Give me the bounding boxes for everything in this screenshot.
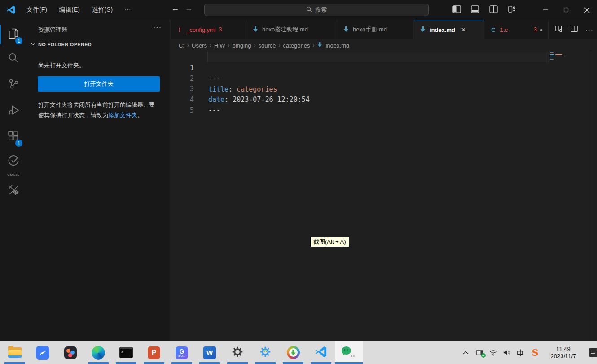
tab-hexo-tutorial-md[interactable]: hexo搭建教程.md [246, 20, 337, 39]
blue-gear-icon [259, 345, 272, 360]
scrollbar-edge [591, 51, 591, 341]
forward-arrow-icon: → [184, 4, 193, 13]
taskbar-word[interactable]: W [196, 341, 224, 364]
activity-run-debug[interactable] [0, 98, 27, 124]
toggle-secondary-sidebar-icon[interactable] [489, 5, 498, 15]
taskbar-settings[interactable] [224, 341, 251, 364]
wifi-icon[interactable] [487, 341, 500, 364]
system-tray: S 11:49 2023/11/7 [459, 341, 597, 364]
breadcrumb-item[interactable]: HiW [214, 42, 225, 49]
volume-icon[interactable] [500, 341, 514, 364]
running-indicator [171, 362, 192, 364]
warning-icon: ! [176, 26, 183, 33]
taskbar-file-explorer[interactable] [1, 341, 29, 364]
editor-more-actions[interactable]: ··· [585, 26, 593, 34]
toggle-panel-icon[interactable] [471, 5, 479, 15]
modified-dot-icon[interactable]: ● [540, 27, 543, 32]
ime-mode-icon[interactable] [514, 341, 527, 364]
activity-source-control[interactable] [0, 72, 27, 98]
close-button[interactable] [576, 0, 597, 20]
tab-error-count: 3 [534, 26, 537, 33]
tab-hexo-manual-md[interactable]: hexo手册.md [337, 20, 414, 39]
minimap[interactable] [550, 51, 568, 78]
running-indicator [311, 362, 331, 364]
taskbar-powerpoint[interactable]: P [140, 341, 168, 364]
tab-index-md[interactable]: index.md ✕ [414, 20, 484, 39]
taskbar-wechat[interactable] [335, 341, 363, 364]
taskbar-idm[interactable] [279, 341, 307, 364]
add-folder-link[interactable]: 添加文件夹 [108, 112, 137, 118]
security-tray-icon[interactable] [472, 341, 487, 364]
customize-layout-icon[interactable] [508, 5, 516, 15]
toggle-sidebar-icon[interactable] [452, 5, 461, 15]
running-indicator [199, 362, 220, 364]
close-tab-icon[interactable]: ✕ [461, 26, 466, 33]
word-icon: W [203, 346, 216, 359]
breadcrumb-item[interactable]: binging [233, 42, 251, 49]
activity-explorer[interactable]: 1 [0, 22, 27, 48]
breadcrumb-file[interactable]: index.md [325, 42, 349, 49]
run-debug-icon [8, 104, 20, 118]
cmsis-icon [7, 154, 20, 169]
activity-embedded-tools[interactable] [0, 178, 27, 204]
maximize-button[interactable] [556, 0, 576, 20]
menu-selection[interactable]: 选择(S) [87, 4, 118, 16]
taskbar-clock[interactable]: 11:49 2023/11/7 [543, 341, 584, 364]
taskbar-terminal[interactable]: >_ [112, 341, 140, 364]
extensions-badge: 1 [15, 140, 22, 147]
editor-group: ! _config.yml 3 hexo搭建教程.md hexo手册.md [171, 20, 597, 341]
davinci-resolve-icon [64, 346, 77, 359]
clock-date: 2023/11/7 [551, 353, 576, 360]
word-letter: W [206, 349, 213, 356]
activity-cmsis[interactable]: CMSIS [0, 150, 27, 178]
taskbar-gbox[interactable]: G BOX [168, 341, 196, 364]
taskbar-davinci-resolve[interactable] [57, 341, 84, 364]
active-view-indicator [0, 25, 1, 44]
chevron-down-icon [31, 40, 36, 48]
breadcrumb-item[interactable]: C: [179, 42, 184, 49]
tooltip-text: 截图(Alt + A) [313, 238, 346, 246]
taskbar-edge[interactable] [84, 341, 112, 364]
no-folder-text: 尚未打开文件夹。 [38, 61, 85, 70]
menu-more[interactable]: ··· [120, 4, 136, 15]
sogou-input-icon[interactable]: S [527, 341, 543, 364]
minimize-button[interactable] [535, 0, 556, 20]
breadcrumb-item[interactable]: source [258, 42, 276, 49]
running-indicator [283, 362, 303, 364]
tab-label: 1.c [500, 26, 508, 33]
tab-1-c[interactable]: C 1.c 3 ● [484, 20, 549, 39]
hidden-icons-chevron[interactable] [459, 341, 472, 364]
split-editor-icon[interactable] [570, 25, 578, 35]
breadcrumb-item[interactable]: categories [283, 42, 310, 49]
menu-file[interactable]: 文件(F) [22, 4, 52, 16]
notification-center-icon[interactable] [584, 341, 597, 364]
explorer-badge: 1 [15, 37, 22, 44]
c-file-icon: C [490, 26, 497, 33]
section-no-folder-opened[interactable]: NO FOLDER OPENED [31, 40, 92, 48]
sidebar-more-actions[interactable]: ··· [153, 23, 162, 31]
settings-gear-icon [231, 345, 244, 360]
menu-edit[interactable]: 编辑(E) [54, 4, 85, 16]
gbox-sub-label: BOX [178, 355, 185, 357]
taskbar-thunder[interactable] [29, 341, 57, 364]
taskbar-driver-tool[interactable] [251, 341, 279, 364]
taskbar-vscode[interactable] [307, 341, 335, 364]
running-indicator [144, 362, 164, 364]
breadcrumb-item[interactable]: Users [192, 42, 207, 49]
command-center-search[interactable]: 搜索 [204, 4, 429, 16]
activity-bar: 1 1 CMSIS [0, 20, 27, 341]
open-preview-icon[interactable] [555, 25, 563, 35]
markdown-icon [252, 26, 259, 34]
breadcrumb-separator: › [253, 42, 256, 48]
activity-search[interactable] [0, 46, 27, 72]
code-editor[interactable]: 1 --- 2 title: categories 3 date: 2023-0… [171, 51, 597, 341]
cmsis-label: CMSIS [0, 173, 27, 177]
gbox-icon: G BOX [176, 346, 188, 359]
back-arrow-icon[interactable]: ← [171, 4, 180, 13]
tab-config-yml[interactable]: ! _config.yml 3 [171, 20, 246, 39]
powerpoint-letter: P [152, 349, 157, 357]
open-folder-button[interactable]: 打开文件夹 [38, 76, 160, 92]
markdown-icon [342, 26, 350, 34]
activity-extensions[interactable]: 1 [0, 124, 27, 150]
terminal-icon: >_ [119, 347, 133, 358]
